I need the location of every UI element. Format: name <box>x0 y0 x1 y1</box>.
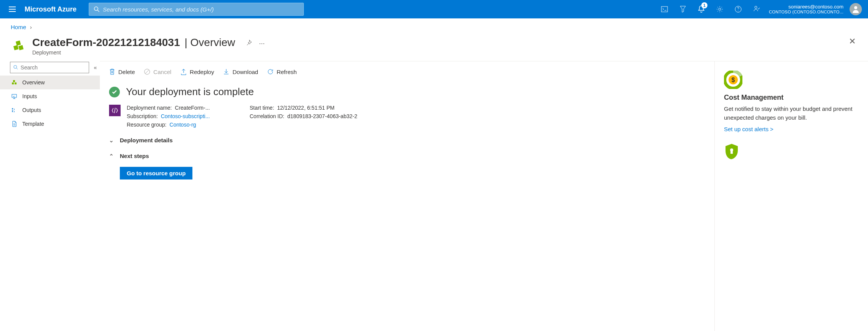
sidebar-item-label: Overview <box>22 79 45 86</box>
sidebar-search-input[interactable] <box>21 64 86 71</box>
chevron-right-icon: › <box>30 24 32 30</box>
svg-rect-7 <box>13 45 18 50</box>
start-time-value: 12/12/2022, 6:51:51 PM <box>277 105 335 111</box>
next-steps-toggle[interactable]: ⌃ Next steps <box>109 153 705 159</box>
svg-rect-14 <box>13 80 15 82</box>
chevron-up-icon: ⌃ <box>109 153 114 159</box>
status-heading: Your deployment is complete <box>126 86 254 98</box>
cancel-button: Cancel <box>144 68 171 75</box>
page-subtitle: Deployment <box>32 49 235 56</box>
notification-badge: 1 <box>701 2 707 8</box>
redeploy-button[interactable]: Redeploy <box>181 68 214 75</box>
directory-filter-button[interactable] <box>674 0 692 18</box>
notifications-button[interactable]: 1 <box>692 0 711 18</box>
cloud-shell-icon <box>661 6 668 12</box>
page-header: CreateForm-20221212184031 | Overview Dep… <box>0 33 868 61</box>
account-info[interactable]: soniarees@contoso.com CONTOSO (CONTOSO.O… <box>766 4 846 15</box>
refresh-button[interactable]: Refresh <box>267 68 297 75</box>
breadcrumb: Home › <box>0 18 868 33</box>
inputs-icon <box>11 93 18 100</box>
svg-point-5 <box>755 6 757 8</box>
cost-management-title: Cost Management <box>724 94 859 102</box>
pin-button[interactable] <box>246 40 252 48</box>
go-to-resource-group-button[interactable]: Go to resource group <box>120 167 192 179</box>
svg-point-10 <box>14 65 17 68</box>
refresh-icon <box>267 69 273 75</box>
cost-management-body: Get notified to stay within your budget … <box>724 105 859 122</box>
avatar-icon <box>851 5 860 14</box>
status-row: Your deployment is complete <box>109 83 705 105</box>
collapse-sidebar-button[interactable]: « <box>92 63 98 72</box>
deployment-summary: Deployment name: CreateForm-... Start ti… <box>109 105 705 128</box>
svg-point-3 <box>719 8 721 10</box>
deployment-details-toggle[interactable]: ⌄ Deployment details <box>109 137 705 143</box>
security-icon <box>724 143 739 158</box>
global-search-input[interactable] <box>103 6 299 13</box>
success-icon <box>109 87 120 97</box>
page-title: CreateForm-20221212184031 | Overview <box>32 36 235 49</box>
cost-management-icon: $ <box>724 71 742 89</box>
sidebar-item-inputs[interactable]: Inputs <box>0 89 100 103</box>
cloud-shell-button[interactable] <box>655 0 674 18</box>
svg-rect-12 <box>12 82 14 84</box>
chevron-down-icon: ⌄ <box>109 137 114 143</box>
svg-rect-15 <box>12 94 17 97</box>
svg-rect-9 <box>16 41 21 46</box>
account-tenant: CONTOSO (CONTOSO.ONCONTO... <box>769 10 843 15</box>
svg-rect-22 <box>731 151 733 154</box>
command-bar: Delete Cancel Redeploy Download Refresh <box>109 68 705 83</box>
download-icon <box>223 68 229 75</box>
help-icon <box>735 6 742 13</box>
avatar[interactable] <box>850 3 862 15</box>
hamburger-icon <box>9 7 16 12</box>
breadcrumb-home[interactable]: Home <box>11 24 26 30</box>
svg-line-17 <box>145 70 149 74</box>
cancel-icon <box>144 69 150 75</box>
resource-group-link[interactable]: Contoso-rg <box>169 122 196 128</box>
brand-label[interactable]: Microsoft Azure <box>22 5 86 13</box>
arm-icon <box>109 105 121 116</box>
pin-icon <box>246 40 252 46</box>
sidebar-item-overview[interactable]: Overview <box>0 76 100 89</box>
sidebar: « Overview Inputs Outputs Template <box>0 61 100 331</box>
svg-point-0 <box>94 7 98 11</box>
menu-button[interactable] <box>3 0 22 18</box>
help-button[interactable] <box>729 0 747 18</box>
download-button[interactable]: Download <box>223 68 258 75</box>
sidebar-item-outputs[interactable]: Outputs <box>0 103 100 117</box>
close-button[interactable]: ✕ <box>847 36 857 46</box>
feedback-icon <box>753 6 760 13</box>
account-email: soniarees@contoso.com <box>769 4 843 10</box>
delete-button[interactable]: Delete <box>109 68 135 75</box>
svg-line-11 <box>17 68 18 69</box>
search-icon <box>13 65 18 70</box>
feedback-button[interactable] <box>747 0 766 18</box>
more-button[interactable]: ··· <box>259 40 265 48</box>
subscription-link[interactable]: Contoso-subscripti... <box>161 113 210 119</box>
content-main: Delete Cancel Redeploy Download Refresh <box>100 61 714 331</box>
recommendations-panel: $ Cost Management Get notified to stay w… <box>714 61 868 331</box>
correlation-id-value: d1809183-2307-4063-ab32-2 <box>287 113 357 119</box>
upload-icon <box>181 68 187 75</box>
gear-icon <box>716 6 723 13</box>
sidebar-search[interactable] <box>10 62 89 73</box>
settings-button[interactable] <box>711 0 729 18</box>
sidebar-item-label: Template <box>22 121 44 127</box>
svg-point-6 <box>854 6 857 9</box>
filter-icon <box>680 6 686 13</box>
svg-rect-13 <box>15 82 17 84</box>
template-icon <box>11 120 18 127</box>
cubes-icon <box>11 79 18 86</box>
global-search[interactable] <box>89 3 304 16</box>
search-icon <box>94 6 99 12</box>
deployment-name-value: CreateForm-... <box>175 105 210 111</box>
outputs-icon <box>11 107 18 114</box>
trash-icon <box>109 68 115 75</box>
sidebar-item-label: Outputs <box>22 107 41 113</box>
sidebar-item-label: Inputs <box>22 93 37 99</box>
sidebar-item-template[interactable]: Template <box>0 117 100 131</box>
svg-rect-8 <box>18 45 23 50</box>
resource-icon <box>11 38 26 53</box>
cost-alerts-link[interactable]: Set up cost alerts > <box>724 126 774 132</box>
svg-text:$: $ <box>732 77 735 83</box>
